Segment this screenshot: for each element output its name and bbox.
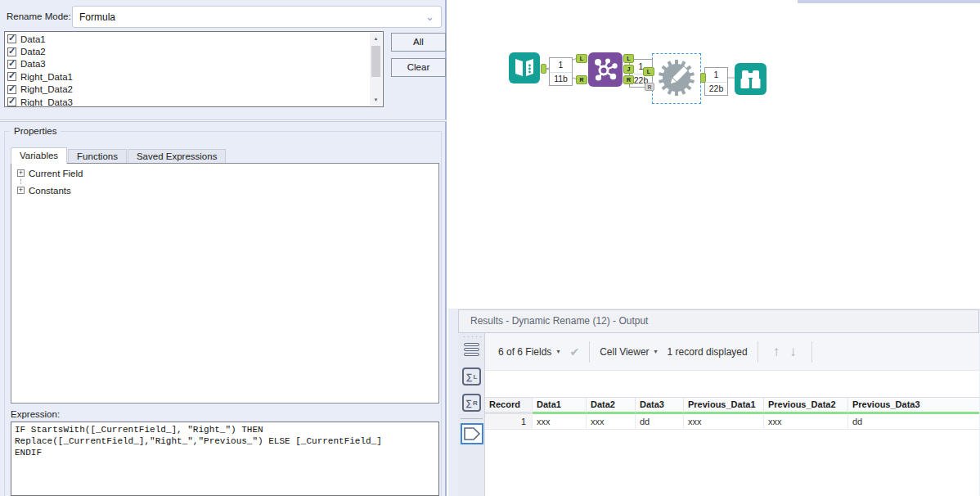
panel-divider — [0, 119, 447, 122]
join-output-anchor-r[interactable]: R — [623, 75, 634, 84]
input-left-icon[interactable]: ∑L — [462, 367, 481, 386]
fields-dropdown[interactable]: 6 of 6 Fields — [498, 346, 551, 358]
apply-checkmark-icon[interactable]: ✔ — [569, 345, 579, 358]
table-header-row: Record Data1 Data2 Data3 Previous_Data1 … — [485, 397, 979, 414]
column-header[interactable]: Data3 — [636, 397, 684, 414]
expression-editor[interactable]: IF StartsWith([_CurrentField_], "Right_"… — [11, 422, 439, 496]
column-header[interactable]: Record — [485, 397, 533, 414]
table-cell[interactable]: dd — [636, 414, 684, 430]
toolbar-separator — [811, 341, 812, 363]
join-input-anchor-left[interactable]: L — [576, 54, 587, 63]
checkbox-checked-icon[interactable]: ✓ — [7, 60, 16, 69]
chevron-down-icon: ⌄ — [425, 13, 434, 21]
arrow-up-icon[interactable]: ↑ — [773, 344, 780, 360]
field-list-item[interactable]: ✓ Right_Data3 — [5, 96, 383, 107]
column-header[interactable]: Previous_Data2 — [764, 397, 848, 414]
field-list-item[interactable]: ✓ Data2 — [5, 45, 383, 57]
results-title: Results - Dynamic Rename (12) - Output — [458, 309, 979, 333]
rename-mode-value: Formula — [79, 11, 425, 23]
field-list-item[interactable]: ✓ Data1 — [5, 33, 383, 45]
toolbar-separator — [589, 341, 590, 363]
field-list-item[interactable]: ✓ Right_Data1 — [5, 70, 383, 83]
arrow-down-icon[interactable]: ↓ — [789, 344, 797, 360]
expression-label: Expression: — [11, 409, 60, 419]
rename-mode-label: Rename Mode: — [7, 11, 71, 21]
variables-tree: + Current Field + Constants — [11, 163, 439, 404]
table-row: 1 xxx xxx dd xxx xxx dd — [485, 414, 979, 430]
properties-tabs: Variables Functions Saved Expressions — [11, 147, 227, 164]
expand-plus-icon[interactable]: + — [17, 187, 25, 194]
gear-pencil-icon — [658, 59, 695, 97]
list-scrollbar[interactable]: ▲ ▼ — [370, 33, 382, 106]
properties-label: Properties — [10, 126, 61, 136]
column-header[interactable]: Data2 — [587, 397, 636, 414]
connection-wires — [448, 0, 980, 309]
all-connections-icon[interactable] — [464, 343, 479, 358]
checkbox-checked-icon[interactable]: ✓ — [7, 34, 16, 43]
sidebar-divider — [461, 418, 483, 419]
field-label: Data3 — [20, 59, 46, 69]
connection-badge: 1 22b — [704, 67, 728, 96]
clear-button[interactable]: Clear — [391, 58, 446, 77]
checkbox-checked-icon[interactable]: ✓ — [7, 85, 16, 94]
field-label: Right_Data3 — [20, 97, 73, 107]
tab-saved-expressions[interactable]: Saved Expressions — [128, 149, 226, 164]
column-header[interactable]: Previous_Data3 — [848, 397, 979, 414]
join-output-anchor-j[interactable]: J — [623, 65, 634, 74]
tree-item-constants[interactable]: + Constants — [15, 184, 438, 196]
expand-plus-icon[interactable]: + — [17, 169, 25, 177]
checkbox-checked-icon[interactable]: ✓ — [7, 72, 16, 81]
field-list-item[interactable]: ✓ Right_Data2 — [5, 83, 383, 96]
table-cell[interactable]: xxx — [764, 414, 848, 430]
drag-handle-icon[interactable]: ····· — [463, 334, 481, 339]
table-cell[interactable]: xxx — [587, 414, 636, 430]
checkbox-checked-icon[interactable]: ✓ — [7, 97, 16, 106]
caret-down-icon[interactable]: ▾ — [654, 348, 658, 355]
connection-badge: 1 11b — [549, 57, 573, 86]
field-list-item[interactable]: ✓ Data3 — [5, 58, 383, 70]
table-cell[interactable]: dd — [848, 414, 979, 430]
results-sidebar: ····· ∑L ∑R — [458, 333, 485, 496]
tab-variables[interactable]: Variables — [11, 147, 67, 164]
toolbar-separator — [757, 341, 758, 363]
record-count-label: 1 record displayed — [668, 346, 748, 358]
record-number-cell[interactable]: 1 — [485, 414, 533, 430]
column-header[interactable]: Data1 — [533, 397, 587, 414]
checkbox-checked-icon[interactable]: ✓ — [7, 47, 16, 56]
tab-functions[interactable]: Functions — [68, 149, 127, 164]
cell-viewer-dropdown[interactable]: Cell Viewer — [600, 346, 649, 358]
caret-down-icon[interactable]: ▾ — [556, 348, 560, 355]
input-output-anchor[interactable] — [541, 64, 546, 74]
results-panel: Results - Dynamic Rename (12) - Output ·… — [448, 309, 980, 496]
results-table: Record Data1 Data2 Data3 Previous_Data1 … — [485, 397, 979, 430]
rename-input-anchor-right[interactable]: R — [645, 83, 654, 91]
field-label: Right_Data2 — [20, 84, 73, 94]
rename-input-anchor-left[interactable]: L — [643, 67, 654, 76]
results-toolbar: 6 of 6 Fields ▾ ✔ Cell Viewer ▾ 1 record… — [485, 333, 979, 371]
join-input-anchor-right[interactable]: R — [576, 75, 587, 84]
results-body: ····· ∑L ∑R 6 of 6 Fields ▾ ✔ Cell Viewe… — [458, 333, 979, 496]
input-right-icon[interactable]: ∑R — [462, 394, 481, 412]
field-label: Right_Data1 — [20, 72, 73, 82]
scrollbar-up-icon[interactable]: ▲ — [370, 33, 382, 44]
output-view-icon[interactable] — [461, 423, 483, 444]
field-label: Data2 — [20, 47, 46, 56]
scrollbar-down-icon[interactable]: ▼ — [370, 94, 382, 106]
join-output-anchor-l[interactable]: L — [623, 54, 634, 63]
scrollbar-thumb[interactable] — [371, 46, 380, 77]
field-checkbox-list[interactable]: ✓ Data1 ✓ Data2 ✓ Data3 ✓ Right_Data1 ✓ … — [4, 31, 384, 107]
field-label: Data1 — [20, 34, 46, 44]
tree-item-current-field[interactable]: + Current Field — [15, 167, 438, 179]
column-header[interactable]: Previous_Data1 — [684, 397, 764, 414]
all-button[interactable]: All — [391, 33, 446, 52]
table-cell[interactable]: xxx — [533, 414, 587, 430]
rename-output-anchor[interactable] — [700, 73, 706, 83]
rename-mode-dropdown[interactable]: Formula ⌄ — [72, 6, 442, 28]
dynamic-rename-tool[interactable] — [658, 59, 695, 98]
dynamic-rename-config-panel: Rename Mode: Formula ⌄ ✓ Data1 ✓ Data2 ✓… — [0, 0, 447, 496]
table-cell[interactable]: xxx — [684, 414, 764, 430]
